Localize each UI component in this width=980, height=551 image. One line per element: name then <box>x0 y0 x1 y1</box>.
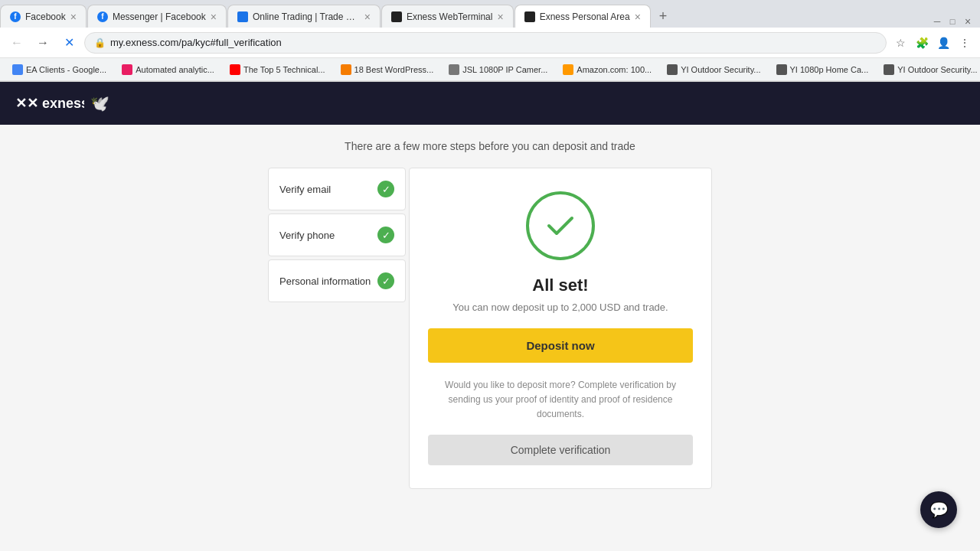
complete-verification-button[interactable]: Complete verification <box>428 435 693 465</box>
bookmark-ea-clients[interactable]: EA Clients - Google... <box>6 63 113 77</box>
tab-webterminal[interactable]: Exness WebTerminal × <box>381 5 514 28</box>
bookmark-wordpress-icon <box>341 64 351 75</box>
all-set-subtitle: You can now deposit up to 2,000 USD and … <box>452 302 668 313</box>
tab-trading-title: Online Trading | Trade CFDs on ... <box>253 11 360 22</box>
success-checkmark-icon <box>541 207 580 245</box>
tab-webterminal-close[interactable]: × <box>497 11 503 23</box>
tab-personal-area-close[interactable]: × <box>635 11 641 23</box>
webterminal-favicon <box>391 11 402 22</box>
tab-messenger[interactable]: f Messenger | Facebook × <box>87 5 227 28</box>
page-subtitle: There are a few more steps before you ca… <box>345 140 635 152</box>
personal-area-favicon <box>524 11 535 22</box>
chat-button[interactable]: 💬 <box>920 491 957 528</box>
profile-icon[interactable]: 👤 <box>934 34 952 52</box>
window-close[interactable]: × <box>962 15 974 28</box>
forward-button[interactable]: → <box>32 32 54 54</box>
bookmark-star-icon[interactable]: ☆ <box>891 34 910 52</box>
bookmark-yi-outdoor-2-icon <box>884 64 894 75</box>
site-header: ✕✕ exness 🕊️ <box>0 82 980 125</box>
page-content: ✕✕ exness 🕊️ There are a few more steps … <box>0 82 980 551</box>
step-personal-info[interactable]: Personal information ✓ <box>268 259 406 302</box>
menu-icon[interactable]: ⋮ <box>956 34 974 52</box>
bookmark-amazon[interactable]: Amazon.com: 100... <box>557 63 658 77</box>
step-verify-phone[interactable]: Verify phone ✓ <box>268 214 406 256</box>
extensions-icon[interactable]: 🧩 <box>913 34 931 52</box>
step-personal-info-check: ✓ <box>377 272 394 289</box>
tab-facebook-close[interactable]: × <box>70 11 77 23</box>
bookmark-yi-home[interactable]: YI 1080p Home Ca... <box>770 63 875 77</box>
facebook-favicon: f <box>10 11 21 22</box>
trading-favicon <box>237 11 248 22</box>
step-verify-email-label: Verify email <box>279 184 331 195</box>
bookmark-wordpress[interactable]: 18 Best WordPress... <box>335 63 440 77</box>
new-tab-button[interactable]: + <box>652 5 675 28</box>
exness-logo: ✕✕ exness 🕊️ <box>15 94 109 112</box>
tab-facebook-title: Facebook <box>25 11 66 22</box>
tab-trading[interactable]: Online Trading | Trade CFDs on ... × <box>227 5 381 28</box>
steps-panel: Verify email ✓ Verify phone ✓ Personal i… <box>268 168 406 489</box>
verification-container: Verify email ✓ Verify phone ✓ Personal i… <box>268 168 712 489</box>
address-bar[interactable]: 🔒 my.exness.com/pa/kyc#full_verification <box>84 32 887 54</box>
bookmark-yi-home-icon <box>776 64 787 75</box>
step-personal-info-label: Personal information <box>279 276 371 287</box>
bookmarks-bar: EA Clients - Google... Automated analyti… <box>0 58 980 81</box>
tab-bar: f Facebook × f Messenger | Facebook × On… <box>0 0 980 28</box>
messenger-favicon: f <box>97 11 108 22</box>
step-verify-email[interactable]: Verify email ✓ <box>268 168 406 210</box>
nav-bar: ← → ✕ 🔒 my.exness.com/pa/kyc#full_verifi… <box>0 28 980 58</box>
result-panel: All set! You can now deposit up to 2,000… <box>409 168 712 489</box>
all-set-title: All set! <box>532 276 588 295</box>
window-minimize[interactable]: ─ <box>931 15 943 28</box>
window-maximize[interactable]: □ <box>946 15 959 28</box>
bookmark-jsl[interactable]: JSL 1080P IP Camer... <box>443 63 554 77</box>
step-verify-phone-label: Verify phone <box>279 230 335 241</box>
bookmark-yi-outdoor-1[interactable]: YI Outdoor Security... <box>661 63 766 77</box>
nav-icons: ☆ 🧩 👤 ⋮ <box>891 34 974 52</box>
step-verify-email-check: ✓ <box>377 181 394 197</box>
bookmark-yi-outdoor-2[interactable]: YI Outdoor Security... <box>877 63 980 77</box>
tab-personal-area[interactable]: Exness Personal Area × <box>514 5 651 28</box>
bookmark-yi-outdoor-1-icon <box>667 64 678 75</box>
tab-webterminal-title: Exness WebTerminal <box>407 11 493 22</box>
bookmark-automated-icon <box>122 64 132 75</box>
tab-personal-area-title: Exness Personal Area <box>540 11 630 22</box>
main-area: There are a few more steps before you ca… <box>0 125 980 551</box>
back-button[interactable]: ← <box>6 32 28 54</box>
svg-text:✕✕ exness: ✕✕ exness <box>15 96 84 111</box>
success-circle <box>526 191 595 260</box>
bookmark-technical-icon <box>230 64 240 75</box>
bookmark-jsl-icon <box>449 64 459 75</box>
bookmark-technical[interactable]: The Top 5 Technical... <box>224 63 332 77</box>
complete-verification-text: Would you like to deposit more? Complete… <box>428 378 693 422</box>
reload-button[interactable]: ✕ <box>58 32 80 54</box>
browser-chrome: f Facebook × f Messenger | Facebook × On… <box>0 0 980 82</box>
bookmark-amazon-icon <box>563 64 573 75</box>
deposit-now-button[interactable]: Deposit now <box>428 328 693 363</box>
tab-trading-close[interactable]: × <box>364 11 371 23</box>
tab-messenger-close[interactable]: × <box>211 11 217 23</box>
url-text: my.exness.com/pa/kyc#full_verification <box>110 37 877 48</box>
logo-svg: ✕✕ exness <box>15 94 84 112</box>
tab-facebook[interactable]: f Facebook × <box>0 5 87 28</box>
bookmark-automated[interactable]: Automated analytic... <box>116 63 220 77</box>
step-verify-phone-check: ✓ <box>377 227 394 243</box>
bookmark-ea-clients-icon <box>12 64 23 75</box>
tab-messenger-title: Messenger | Facebook <box>113 11 206 22</box>
